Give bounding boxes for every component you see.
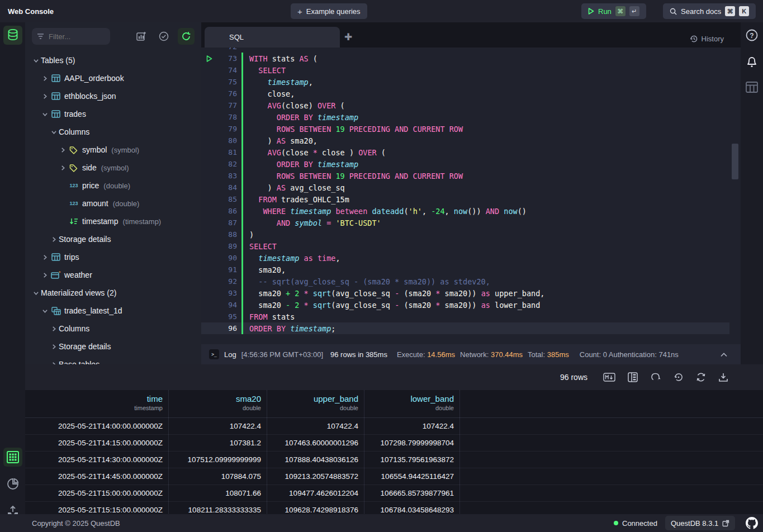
- results-toolbar: 96 rows: [25, 364, 763, 390]
- grid-view-button[interactable]: [3, 448, 22, 467]
- results-grid[interactable]: timetimestampsma20doubleupper_banddouble…: [25, 390, 763, 519]
- add-metrics-button[interactable]: [133, 28, 150, 45]
- code-line-95[interactable]: 95FROM stats: [201, 311, 729, 322]
- table-row[interactable]: 2025-05-21T14:45:00.000000Z107884.075109…: [25, 468, 763, 485]
- line-number: 87: [217, 218, 237, 227]
- code-line-96[interactable]: 96ORDER BY timestamp;: [201, 322, 729, 334]
- code-line-84[interactable]: 84 ) AS avg_close_sq: [201, 182, 729, 193]
- sql-editor-panel: SQL ✚ History 7273WITH stats AS (74 SELE…: [201, 22, 741, 364]
- new-tab-button[interactable]: ✚: [340, 27, 357, 48]
- code-line-92[interactable]: 92 -- sqrt(avg_close_sq - (sma20 * sma20…: [201, 276, 729, 287]
- tree-item-columns[interactable]: Columns: [25, 123, 201, 141]
- schema-tree: Tables (5)AAPL_orderbookethblocks_jsontr…: [25, 50, 201, 364]
- code-line-80[interactable]: 80 ) AS sma20,: [201, 135, 729, 146]
- restore-query-button[interactable]: [674, 372, 684, 382]
- code-line-88[interactable]: 88): [201, 229, 729, 240]
- code-line-75[interactable]: 75 timestamp,: [201, 76, 729, 88]
- code-line-91[interactable]: 91 sma20,: [201, 264, 729, 276]
- code-line-89[interactable]: 89SELECT: [201, 240, 729, 252]
- tree-item-materialized-views-2[interactable]: Materialized views (2): [25, 284, 201, 302]
- table-row[interactable]: 2025-05-21T15:00:00.000000Z108071.661094…: [25, 485, 763, 502]
- code-line-83[interactable]: 83 ROWS BETWEEN 19 PRECEDING AND CURRENT…: [201, 170, 729, 182]
- tree-item-storage-details[interactable]: Storage details: [25, 230, 201, 248]
- version-button[interactable]: QuestDB 8.3.1: [665, 516, 735, 530]
- table-panel-icon[interactable]: [746, 82, 758, 93]
- code-line-94[interactable]: 94 sma20 - 2 * sqrt(avg_close_sq - (sma2…: [201, 299, 729, 311]
- number-icon: 123: [68, 201, 80, 206]
- validate-button[interactable]: [155, 28, 172, 45]
- column-type: double: [364, 404, 454, 412]
- table-row[interactable]: 2025-05-21T14:00:00.000000Z107422.410742…: [25, 418, 763, 435]
- tree-item-storage-details[interactable]: Storage details: [25, 338, 201, 355]
- cmd-key-badge: ⌘: [615, 6, 625, 16]
- tree-item-tables-5[interactable]: Tables (5): [25, 51, 201, 69]
- notifications-bell-icon[interactable]: [746, 55, 758, 68]
- cell-lower_band: 107135.79561963872: [364, 452, 460, 468]
- right-navigation-rail: ?: [741, 22, 763, 364]
- code-line-93[interactable]: 93 sma20 + 2 * sqrt(avg_close_sq - (sma2…: [201, 287, 729, 299]
- column-header-upper_band[interactable]: upper_banddouble: [267, 390, 364, 417]
- chart-view-button[interactable]: [3, 474, 22, 493]
- code-line-74[interactable]: 74 SELECT: [201, 64, 729, 76]
- tree-item-type: (symbol): [111, 146, 139, 154]
- code-line-78[interactable]: 78 ORDER BY timestamp: [201, 111, 729, 123]
- tab-sql-label: SQL: [229, 33, 244, 41]
- tree-item-ethblocks-json[interactable]: ethblocks_json: [25, 87, 201, 105]
- column-header-lower_band[interactable]: lower_banddouble: [364, 390, 460, 417]
- tree-item-symbol[interactable]: symbol(symbol): [25, 141, 201, 159]
- code-line-77[interactable]: 77 AVG(close) OVER (: [201, 99, 729, 111]
- freeze-columns-button[interactable]: [650, 372, 661, 382]
- line-number: 83: [217, 172, 237, 180]
- table-row[interactable]: 2025-05-21T14:30:00.000000Z107512.099999…: [25, 452, 763, 468]
- download-csv-button[interactable]: [718, 372, 728, 382]
- table-row[interactable]: 2025-05-21T14:15:00.000000Z107381.210746…: [25, 435, 763, 452]
- editor-scrollbar-thumb[interactable]: [732, 144, 738, 179]
- code-line-79[interactable]: 79 ROWS BETWEEN 19 PRECEDING AND CURRENT…: [201, 123, 729, 135]
- line-number: 84: [217, 183, 237, 192]
- code-line-76[interactable]: 76 close,: [201, 88, 729, 99]
- code-line-85[interactable]: 85 FROM trades_OHLC_15m: [201, 193, 729, 205]
- code-line-82[interactable]: 82 ORDER BY timestamp: [201, 158, 729, 170]
- code-line-86[interactable]: 86 WHERE timestamp between dateadd('h', …: [201, 205, 729, 217]
- svg-text:?: ?: [750, 32, 753, 40]
- line-number: 80: [217, 136, 237, 145]
- tree-item-columns[interactable]: Columns: [25, 320, 201, 338]
- tree-item-trades[interactable]: trades: [25, 105, 201, 123]
- help-icon[interactable]: ?: [746, 29, 758, 41]
- tree-item-base-tables[interactable]: Base tables: [25, 355, 201, 364]
- tree-item-amount[interactable]: 123amount(double): [25, 194, 201, 212]
- toggle-grid-layout-button[interactable]: [628, 372, 638, 382]
- reload-schema-button[interactable]: [178, 28, 195, 45]
- database-explorer-button[interactable]: [3, 26, 22, 45]
- github-link[interactable]: [746, 517, 758, 529]
- example-queries-button[interactable]: + Example queries: [291, 3, 367, 19]
- code-area[interactable]: 7273WITH stats AS (74 SELECT75 timestamp…: [201, 48, 741, 344]
- column-header-time[interactable]: timetimestamp: [25, 390, 169, 417]
- tree-item-side[interactable]: side(symbol): [25, 159, 201, 177]
- tree-item-weather[interactable]: *weather: [25, 266, 201, 284]
- code-line-90[interactable]: 90 timestamp as time,: [201, 252, 729, 264]
- refresh-results-button[interactable]: [696, 372, 706, 382]
- tree-item-label: trades_latest_1d: [64, 306, 122, 315]
- line-number: 91: [217, 265, 237, 274]
- run-query-icon[interactable]: [201, 55, 217, 62]
- column-header-sma20[interactable]: sma20double: [169, 390, 267, 417]
- tab-sql[interactable]: SQL: [205, 27, 340, 48]
- copy-markdown-button[interactable]: [603, 373, 615, 382]
- tree-item-trades-latest-1d[interactable]: trades_latest_1d: [25, 302, 201, 320]
- run-button[interactable]: Run ⌘ ↵: [581, 3, 646, 19]
- chevron-right-icon: [49, 344, 59, 349]
- tree-item-trips[interactable]: trips: [25, 248, 201, 266]
- code-line-73[interactable]: 73WITH stats AS (: [201, 53, 729, 64]
- code-text: ORDER BY timestamp: [249, 160, 358, 169]
- code-text: FROM trades_OHLC_15m: [249, 195, 349, 204]
- code-line-81[interactable]: 81 AVG(close * close ) OVER (: [201, 146, 729, 158]
- tree-item-price[interactable]: 123price(double): [25, 177, 201, 194]
- code-line-87[interactable]: 87 AND symbol = 'BTC-USDT': [201, 217, 729, 229]
- tree-item-aapl-orderbook[interactable]: AAPL_orderbook: [25, 69, 201, 87]
- collapse-log-button[interactable]: [721, 350, 727, 359]
- code-line-72[interactable]: 72: [201, 48, 729, 53]
- search-docs-button[interactable]: Search docs ⌘ K: [663, 3, 756, 19]
- tree-item-timestamp[interactable]: timestamp(timestamp): [25, 212, 201, 230]
- history-button[interactable]: History: [690, 35, 724, 43]
